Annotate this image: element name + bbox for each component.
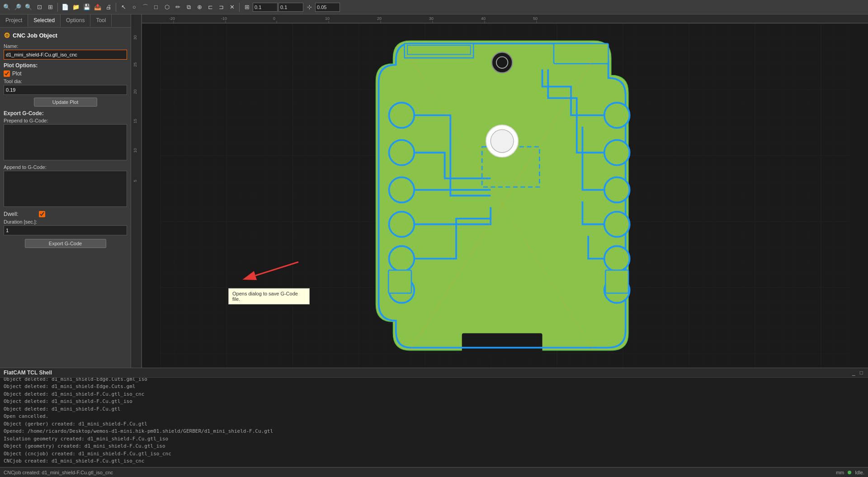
statusbar-unit: mm xyxy=(836,470,844,475)
svg-rect-29 xyxy=(407,45,471,54)
svg-text:20: 20 xyxy=(377,16,382,21)
duration-input[interactable] xyxy=(4,225,127,235)
name-label: Name: xyxy=(4,43,127,49)
dwell-checkbox[interactable] xyxy=(39,211,45,217)
export-gcode-button[interactable]: Export G-Code xyxy=(25,239,106,248)
svg-point-41 xyxy=(604,140,630,165)
name-row: Name: xyxy=(4,43,127,60)
shell-minimize-button[interactable]: _ xyxy=(851,369,857,376)
open-icon[interactable]: 📁 xyxy=(71,2,81,12)
toolbar: 🔍 🔎 🔍 ⊡ ⊞ 📄 📁 💾 📤 🖨 ↖ ○ ⌒ □ ⬡ ✏ ⧉ ⊕ ⊏ ⊐ … xyxy=(0,0,868,14)
pointer-icon[interactable]: ↖ xyxy=(118,2,128,12)
svg-point-42 xyxy=(604,177,630,202)
shell-line: Open cancelled. xyxy=(4,413,864,421)
shell-line: Object deleted: d1_mini_shield-F.Cu.gtl_… xyxy=(4,398,864,406)
circle-icon[interactable]: ○ xyxy=(129,2,139,12)
snap-y-input[interactable] xyxy=(278,3,303,12)
main-area: Project Selected Options Tool ⚙ CNC Job … xyxy=(0,14,868,368)
snap-dist-input[interactable] xyxy=(315,3,340,12)
save-icon[interactable]: 💾 xyxy=(82,2,92,12)
shell-title: FlatCAM TCL Shell xyxy=(4,369,52,376)
ruler-left: 30 25 20 15 10 5 xyxy=(131,14,142,368)
svg-point-32 xyxy=(496,57,508,68)
dwell-label: Dwell: xyxy=(4,211,19,217)
zoom-fit2-icon[interactable]: ⊞ xyxy=(45,2,55,12)
svg-text:10: 10 xyxy=(325,16,330,21)
svg-text:-10: -10 xyxy=(221,16,227,21)
zoom-box-icon[interactable]: ⊡ xyxy=(34,2,44,12)
delete-icon[interactable]: ✕ xyxy=(227,2,237,12)
statusbar: CNCjob created: d1_mini_shield-F.Cu.gtl_… xyxy=(0,467,868,477)
shell-line: Object deleted: d1_mini_shield-F.Cu.gtl xyxy=(4,406,864,413)
zoom-fit-icon[interactable]: 🔍 xyxy=(2,2,12,12)
polygon-icon[interactable]: ⬡ xyxy=(162,2,172,12)
left-panel: Project Selected Options Tool ⚙ CNC Job … xyxy=(0,14,131,368)
shell-line: Object deleted: d1_mini_shield-F.Cu.gtl_… xyxy=(4,391,864,398)
statusbar-message: CNCjob created: d1_mini_shield-F.Cu.gtl_… xyxy=(4,470,113,475)
shell-line: Object (gerber) created: d1_mini_shield-… xyxy=(4,421,864,428)
tab-selected[interactable]: Selected xyxy=(28,14,61,27)
new-icon[interactable]: 📄 xyxy=(60,2,70,12)
path-icon[interactable]: ✏ xyxy=(173,2,183,12)
zoom-out-icon[interactable]: 🔍 xyxy=(24,2,33,12)
tool-dia-label: Tool dia: xyxy=(4,79,127,84)
panel-title: ⚙ CNC Job Object xyxy=(4,31,127,40)
tool-dia-input[interactable] xyxy=(4,85,127,95)
statusbar-right: mm Idle. xyxy=(836,470,864,475)
svg-text:40: 40 xyxy=(481,16,486,21)
name-input[interactable] xyxy=(4,50,127,60)
pcb-canvas[interactable] xyxy=(142,23,868,368)
join-icon[interactable]: ⊏ xyxy=(205,2,215,12)
snap-icon[interactable]: ⊹ xyxy=(304,2,314,12)
copy-icon[interactable]: ⧉ xyxy=(184,2,193,12)
split-icon[interactable]: ⊐ xyxy=(216,2,226,12)
shell-line: Opened: /home/ricardo/Desktop/wemos-d1-m… xyxy=(4,428,864,435)
rect-icon[interactable]: □ xyxy=(151,2,161,12)
shell-maximize-button[interactable]: □ xyxy=(859,369,864,376)
svg-text:30: 30 xyxy=(429,16,434,21)
svg-point-37 xyxy=(389,212,414,237)
update-plot-button[interactable]: Update Plot xyxy=(34,98,97,107)
move-icon[interactable]: ⊕ xyxy=(194,2,204,12)
statusbar-left: CNCjob created: d1_mini_shield-F.Cu.gtl_… xyxy=(4,470,113,475)
cnc-icon: ⚙ xyxy=(4,31,10,40)
arc-icon[interactable]: ⌒ xyxy=(140,2,150,12)
export-icon[interactable]: 📤 xyxy=(93,2,103,12)
prepend-label: Prepend to G-Code: xyxy=(4,118,127,123)
ruler-top: -20 -10 0 10 20 30 40 50 xyxy=(142,14,868,23)
grid-icon[interactable]: ⊞ xyxy=(242,2,252,12)
panel-content: ⚙ CNC Job Object Name: Plot Options: Plo… xyxy=(0,28,131,368)
zoom-in-icon[interactable]: 🔎 xyxy=(13,2,23,12)
shell-line: Object deleted: d1_mini_shield-Edge.Cuts… xyxy=(4,383,864,391)
tab-project[interactable]: Project xyxy=(0,14,28,27)
svg-point-38 xyxy=(389,246,414,271)
svg-text:0: 0 xyxy=(273,16,275,21)
plot-check-row: Plot xyxy=(4,70,127,77)
svg-point-40 xyxy=(604,103,630,128)
shell-line: Object (geometry) created: d1_mini_shiel… xyxy=(4,443,864,450)
plot-checkbox[interactable] xyxy=(4,70,10,77)
svg-rect-27 xyxy=(462,333,542,356)
append-textarea[interactable] xyxy=(4,171,127,207)
svg-rect-46 xyxy=(388,270,411,293)
svg-point-35 xyxy=(389,140,414,165)
svg-point-34 xyxy=(389,103,414,128)
status-indicator xyxy=(848,471,851,474)
svg-text:15: 15 xyxy=(133,119,137,123)
shell-line: Isolation geometry created: d1_mini_shie… xyxy=(4,435,864,443)
svg-point-36 xyxy=(389,177,414,202)
sep1 xyxy=(57,3,58,12)
prepend-textarea[interactable] xyxy=(4,124,127,160)
canvas-area[interactable]: -20 -10 0 10 20 30 40 50 30 25 20 xyxy=(131,14,868,368)
tab-options[interactable]: Options xyxy=(61,14,90,27)
snap-x-input[interactable] xyxy=(253,3,278,12)
svg-point-51 xyxy=(491,130,514,153)
tab-tool[interactable]: Tool xyxy=(90,14,112,27)
svg-rect-47 xyxy=(605,270,628,293)
svg-text:5: 5 xyxy=(133,180,137,182)
sep3 xyxy=(239,3,240,12)
duration-row: Duration [sec.]: xyxy=(4,219,127,235)
svg-text:20: 20 xyxy=(133,89,137,94)
svg-rect-30 xyxy=(554,43,609,63)
print-icon[interactable]: 🖨 xyxy=(104,2,113,12)
